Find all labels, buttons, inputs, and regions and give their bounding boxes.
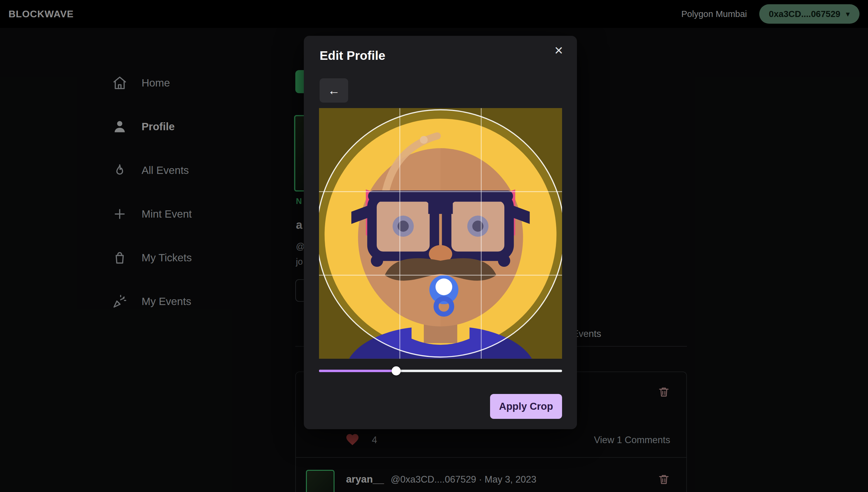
app-screen: BLOCKWAVE Polygon Mumbai 0xa3CD....06752… — [0, 0, 868, 492]
apply-crop-button[interactable]: Apply Crop — [490, 394, 562, 419]
avatar-artwork — [319, 108, 562, 359]
modal-title: Edit Profile — [320, 49, 385, 63]
zoom-slider[interactable] — [319, 366, 562, 375]
edit-profile-modal: Edit Profile × ← — [304, 36, 577, 429]
zoom-slider-fill — [319, 370, 396, 372]
back-button[interactable]: ← — [320, 78, 348, 103]
close-icon[interactable]: × — [555, 43, 563, 58]
arrow-left-icon: ← — [328, 84, 340, 97]
zoom-slider-thumb[interactable] — [392, 366, 401, 375]
crop-area[interactable] — [319, 108, 562, 359]
